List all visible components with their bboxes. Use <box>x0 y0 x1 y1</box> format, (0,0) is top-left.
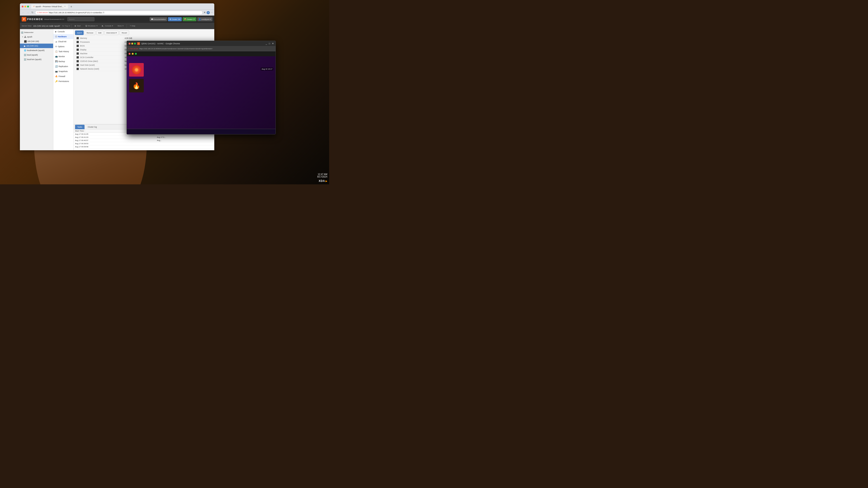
novnc-screen[interactable]: 🔥 Aug 16 19:17 <box>127 51 276 134</box>
snapshots-icon: 📷 <box>55 70 58 72</box>
fire-icon: 🔥 <box>132 82 141 90</box>
proxmox-favicon: P <box>33 5 35 7</box>
datacenter-icon: 🏢 <box>21 31 24 34</box>
hardware-table-row: ⬛ Memory 4.00 GiB <box>75 36 213 40</box>
menu-item-hardware[interactable]: ⬡ Hardware <box>53 34 73 39</box>
novnc-minimize-button[interactable] <box>131 43 133 44</box>
forward-button[interactable]: → <box>26 11 30 14</box>
tab-close-icon[interactable]: ✕ <box>64 5 66 7</box>
create-ct-button[interactable]: 📦 Create CT <box>183 17 196 21</box>
add-button[interactable]: Add ▾ <box>75 31 84 35</box>
task-start-time: Aug 17 00:39:53 <box>74 142 156 145</box>
maximize-button[interactable] <box>27 6 29 7</box>
network-icon: 🌐 <box>24 50 26 52</box>
menu-item-task-history[interactable]: 📋 Task History <box>53 49 73 54</box>
sidebar-item-vm100[interactable]: ⬛ 100 (VM 100) <box>20 39 53 43</box>
documentation-button[interactable]: 📖 Documentation <box>150 17 167 21</box>
help-button[interactable]: ? Help <box>128 24 137 28</box>
remove-button[interactable]: Remove <box>85 31 95 35</box>
tasks-tab-cluster-log[interactable]: Cluster log <box>86 125 99 129</box>
more-button[interactable]: More ▾ <box>116 24 125 28</box>
tasks-tab-tasks[interactable]: Tasks <box>75 125 85 129</box>
close-button[interactable] <box>22 6 24 7</box>
menu-item-options[interactable]: ⚙ Options <box>53 44 73 49</box>
permissions-icon: 🔑 <box>55 80 58 83</box>
sidebar-item-ayush-node[interactable]: ▼ 🖧 ayush <box>20 35 53 39</box>
sidebar-item-vm101[interactable]: ▶ 101 (VM 101) <box>20 43 53 48</box>
clock-date: 8/17/2024 <box>317 175 328 178</box>
novnc-titlebar: P QEMU (vm101) - noVNC - Google Chrome _… <box>127 41 276 46</box>
sidebar-item-local[interactable]: 💽 local (ayush) <box>20 53 53 57</box>
hw-icon: ⬛ <box>76 64 79 66</box>
user-icon: 👤 <box>199 18 201 20</box>
hw-icon: ⬛ <box>76 60 79 62</box>
disk-action-button[interactable]: Disk Action ▾ <box>104 31 119 35</box>
expand-icon: ▼ <box>22 36 24 38</box>
xda-watermark: XDA ▶ <box>319 180 327 183</box>
warning-icon: ⚠ <box>37 11 39 13</box>
console-button[interactable]: ▶_ Console ▾ <box>100 24 115 28</box>
new-tab-button[interactable]: + <box>70 5 72 8</box>
edit-button[interactable]: Edit <box>96 31 103 35</box>
sidebar-item-local-lvm[interactable]: 💽 local-lvm (ayush) <box>20 57 53 62</box>
profile-icon[interactable]: A <box>207 11 210 14</box>
hw-type-cell: ⬛ BIOS <box>75 44 123 48</box>
address-bar[interactable]: ⚠ Not secure https://192.168.29.32:8006/… <box>35 11 203 15</box>
book-icon: 📖 <box>151 18 153 20</box>
browser-tab-proxmox[interactable]: P ayush - Proxmox Virtual Envi... ✕ <box>31 4 68 8</box>
menu-item-snapshots[interactable]: 📷 Snapshots <box>53 69 73 74</box>
start-button[interactable]: ▶ Start <box>73 24 83 28</box>
create-vm-button[interactable]: 🖥 Create VM <box>168 17 182 21</box>
novnc-close-icon[interactable]: ✕ <box>272 42 274 45</box>
menu-item-firewall[interactable]: 🔥 Firewall <box>53 74 73 79</box>
menu-item-permissions[interactable]: 🔑 Permissions <box>53 79 73 84</box>
minimize-button[interactable] <box>24 6 26 7</box>
hw-icon: ⬛ <box>76 41 79 43</box>
ubuntu-app-window <box>129 63 144 76</box>
hw-value-cell: 4.00 GiB <box>123 36 213 40</box>
novnc-close-button[interactable] <box>129 43 130 44</box>
storage-icon: 💽 <box>24 54 26 56</box>
menu-item-monitor[interactable]: 📺 Monitor <box>53 54 73 59</box>
extensions-icon[interactable]: ⋯ <box>211 11 213 14</box>
proxmox-logo: P PROXMOX Virtual Environment 8.2.2 <box>22 17 64 22</box>
task-row: Aug 17 00:39:53 <box>74 142 214 145</box>
hardware-icon: ⬡ <box>55 35 57 38</box>
server-view-label: Server View <box>22 25 31 27</box>
reload-button[interactable]: ↻ <box>31 11 34 14</box>
terminal-icon: ▶_ <box>102 25 104 27</box>
chevron-down-icon: ▾ <box>210 18 211 20</box>
hardware-toolbar: Add ▾ Remove Edit Disk Action ▾ Revert <box>75 31 213 35</box>
novnc-maximize-button[interactable] <box>134 43 136 44</box>
task-end-time <box>156 142 214 145</box>
user-menu-button[interactable]: 👤 root@pam ▾ <box>197 17 213 21</box>
menu-item-cloud-init[interactable]: ☁ Cloud-Init <box>53 39 73 44</box>
task-row: Aug 17 00:40:57 Aug... <box>74 139 214 142</box>
novnc-restore-icon[interactable]: □ <box>269 42 270 45</box>
revert-button[interactable]: Revert <box>120 31 129 35</box>
novnc-desktop[interactable]: 🔥 Aug 16 19:17 <box>127 56 276 134</box>
fire-app-window: 🔥 <box>129 79 144 92</box>
window-controls <box>22 6 29 7</box>
bookmark-icon[interactable]: ★ <box>204 11 206 14</box>
menu-item-replication[interactable]: 🔄 Replication <box>53 64 73 69</box>
proxmox-logo-icon: P <box>22 17 26 22</box>
chevron-down-icon: ▾ <box>116 32 117 34</box>
options-icon: ⚙ <box>55 45 57 48</box>
shutdown-button[interactable]: ⏻ Shutdown ▾ <box>84 24 99 28</box>
novnc-timestamp: Aug 16 19:17 <box>260 68 273 70</box>
task-start-time: Aug 17 00:41:03 <box>74 136 156 139</box>
task-row: Aug 17 00:41:03 Aug 17 0... <box>74 136 214 139</box>
chevron-down-icon: ▾ <box>81 32 82 34</box>
back-button[interactable]: ← <box>21 11 25 14</box>
header-actions: 📖 Documentation 🖥 Create VM 📦 Create CT … <box>150 17 213 21</box>
sidebar-item-localnetwork[interactable]: 🌐 localnetwork (ayush) <box>20 48 53 53</box>
proxmox-search-input[interactable] <box>67 17 94 21</box>
datacenter-header[interactable]: 🏢 Datacenter <box>20 30 53 35</box>
xda-text: XDA <box>319 180 325 183</box>
novnc-minimize-icon[interactable]: _ <box>266 42 267 45</box>
hw-icon: ⬛ <box>76 53 79 55</box>
menu-item-console[interactable]: ▶ Console <box>53 29 73 34</box>
menu-item-backup[interactable]: 💾 Backup <box>53 59 73 64</box>
proxmox-logo-text: PROXMOX <box>27 18 43 21</box>
